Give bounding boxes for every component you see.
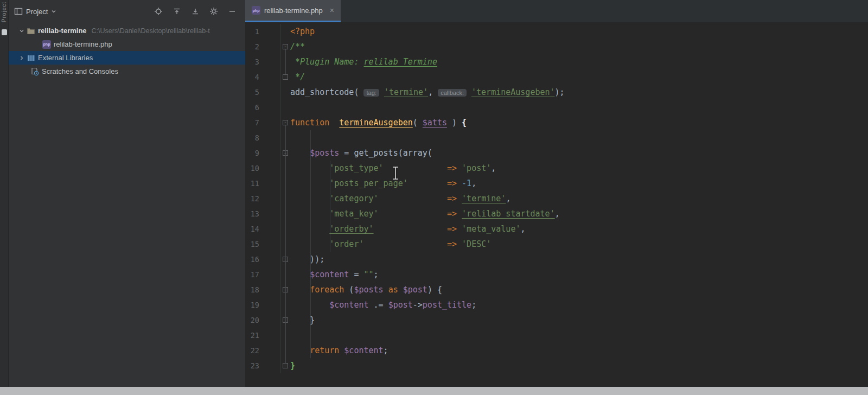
code-line[interactable]: 20 } [245, 313, 868, 328]
code-text[interactable]: function termineAusgeben( $atts ) { [290, 115, 467, 130]
gutter-spacer [259, 191, 280, 206]
code-text[interactable]: $content .= $post->post_title; [290, 297, 476, 313]
code-text[interactable]: 'meta_key' => 'relilab_startdate', [290, 206, 560, 221]
code-line[interactable]: 16 )); [245, 252, 868, 267]
code-text[interactable]: 'post_type' => 'post', [290, 161, 496, 176]
code-text[interactable]: foreach ($posts as $post) { [290, 282, 442, 297]
code-line[interactable]: 14 'orderby' => 'meta_value', [245, 221, 868, 237]
code-line[interactable]: 7-function termineAusgeben( $atts ) { [245, 115, 868, 130]
fold-marker-icon[interactable]: - [280, 120, 290, 125]
settings-gear-icon[interactable] [209, 7, 218, 16]
code-line[interactable]: 8 [245, 130, 868, 145]
line-number[interactable]: 20 [245, 316, 259, 324]
chevron-expanded-icon[interactable] [18, 28, 24, 34]
library-icon [27, 54, 35, 62]
code-text[interactable]: <?php [290, 24, 315, 39]
code-line[interactable]: 9- $posts = get_posts(array( [245, 145, 868, 161]
code-line[interactable]: 4 */ [245, 69, 868, 85]
code-line[interactable]: 13 'meta_key' => 'relilab_startdate', [245, 206, 868, 221]
code-text[interactable]: *Plugin Name: relilab Termine [290, 54, 437, 69]
gutter-spacer [259, 267, 280, 282]
project-panel-title[interactable]: Project [26, 8, 48, 16]
line-number[interactable]: 18 [245, 285, 259, 294]
code-line[interactable]: 23} [245, 358, 868, 373]
line-number[interactable]: 8 [245, 133, 259, 142]
gutter-spacer [259, 161, 280, 176]
tree-item-external-libraries[interactable]: External Libraries [9, 51, 245, 65]
code-line[interactable]: 5add_shortcode( tag: 'termine', callback… [245, 85, 868, 100]
gutter-spacer [259, 145, 280, 161]
line-number[interactable]: 12 [245, 194, 259, 203]
code-text[interactable]: /** [290, 39, 305, 54]
code-line[interactable]: 21 [245, 328, 868, 343]
code-text[interactable]: add_shortcode( tag: 'termine', callback:… [290, 85, 565, 100]
code-line[interactable]: 18- foreach ($posts as $post) { [245, 282, 868, 297]
tool-stripe-project-button[interactable]: Project [1, 2, 7, 22]
line-number[interactable]: 14 [245, 225, 259, 233]
code-line[interactable]: 2-/** [245, 39, 868, 54]
line-number[interactable]: 6 [245, 103, 259, 112]
project-window-icon [14, 7, 23, 16]
gutter-spacer [259, 343, 280, 358]
code-text[interactable]: } [290, 313, 315, 328]
code-text[interactable]: } [290, 358, 295, 373]
code-text[interactable]: )); [290, 252, 324, 267]
line-number[interactable]: 7 [245, 118, 259, 127]
gutter-spacer [259, 237, 280, 252]
code-line[interactable]: 1<?php [245, 24, 868, 39]
line-number[interactable]: 21 [245, 331, 259, 340]
line-number[interactable]: 16 [245, 255, 259, 264]
code-text[interactable]: $posts = get_posts(array( [290, 145, 432, 161]
code-line[interactable]: 19 $content .= $post->post_title; [245, 297, 868, 313]
line-number[interactable]: 22 [245, 346, 259, 355]
chevron-down-icon[interactable] [51, 9, 56, 14]
line-number[interactable]: 17 [245, 270, 259, 279]
code-line[interactable]: 3 *Plugin Name: relilab Termine [245, 54, 868, 69]
gutter-spacer [259, 252, 280, 267]
code-line[interactable]: 15 'order' => 'DESC' [245, 237, 868, 252]
code-line[interactable]: 6 [245, 100, 868, 115]
code-editor[interactable]: 1<?php2-/**3 *Plugin Name: relilab Termi… [245, 22, 868, 387]
close-tab-icon[interactable]: × [330, 6, 334, 15]
hide-panel-icon[interactable] [228, 7, 237, 16]
code-text[interactable]: $content = ""; [290, 267, 379, 282]
code-line[interactable]: 22 return $content; [245, 343, 868, 358]
fold-range-line [285, 49, 286, 74]
locate-file-icon[interactable] [154, 7, 163, 16]
code-text[interactable]: 'category' => 'termine', [290, 191, 510, 206]
line-number[interactable]: 23 [245, 361, 259, 370]
code-text[interactable]: 'orderby' => 'meta_value', [290, 221, 526, 237]
code-line[interactable]: 11 'posts_per_page' => -1, [245, 176, 868, 191]
code-text[interactable]: 'order' => 'DESC' [290, 237, 491, 252]
line-number[interactable]: 19 [245, 301, 259, 309]
line-number[interactable]: 5 [245, 88, 259, 97]
fold-marker-icon[interactable]: - [280, 44, 290, 49]
line-number[interactable]: 3 [245, 58, 259, 66]
editor-tab-active[interactable]: php relilab-termine.php × [245, 0, 341, 22]
tree-item-scratches[interactable]: Scratches and Consoles [9, 65, 245, 78]
line-number[interactable]: 15 [245, 240, 259, 249]
code-text[interactable]: 'posts_per_page' => -1, [290, 176, 476, 191]
code-text[interactable]: return $content; [290, 343, 388, 358]
chevron-collapsed-icon[interactable] [18, 55, 24, 61]
line-number[interactable]: 10 [245, 164, 259, 173]
code-text[interactable]: */ [290, 69, 305, 85]
collapse-to-bottom-icon[interactable] [191, 7, 200, 16]
line-number[interactable]: 9 [245, 149, 259, 157]
code-area[interactable]: 1<?php2-/**3 *Plugin Name: relilab Termi… [245, 22, 868, 387]
project-panel: Project [9, 0, 245, 387]
line-number[interactable]: 11 [245, 179, 259, 188]
code-line[interactable]: 12 'category' => 'termine', [245, 191, 868, 206]
fold-marker-icon[interactable] [280, 363, 290, 368]
line-number[interactable]: 1 [245, 27, 259, 36]
editor-tab-label: relilab-termine.php [264, 7, 323, 15]
tree-item-project-root[interactable]: relilab-termine C:\Users\Daniel\Desktop\… [9, 24, 245, 37]
collapse-to-top-icon[interactable] [173, 7, 181, 16]
tree-item-php-file[interactable]: php relilab-termine.php [9, 37, 245, 51]
line-number[interactable]: 13 [245, 209, 259, 218]
line-number[interactable]: 2 [245, 42, 259, 51]
fold-marker-icon[interactable] [280, 74, 290, 80]
code-line[interactable]: 17 $content = ""; [245, 267, 868, 282]
code-line[interactable]: 10 'post_type' => 'post', [245, 161, 868, 176]
line-number[interactable]: 4 [245, 73, 259, 81]
